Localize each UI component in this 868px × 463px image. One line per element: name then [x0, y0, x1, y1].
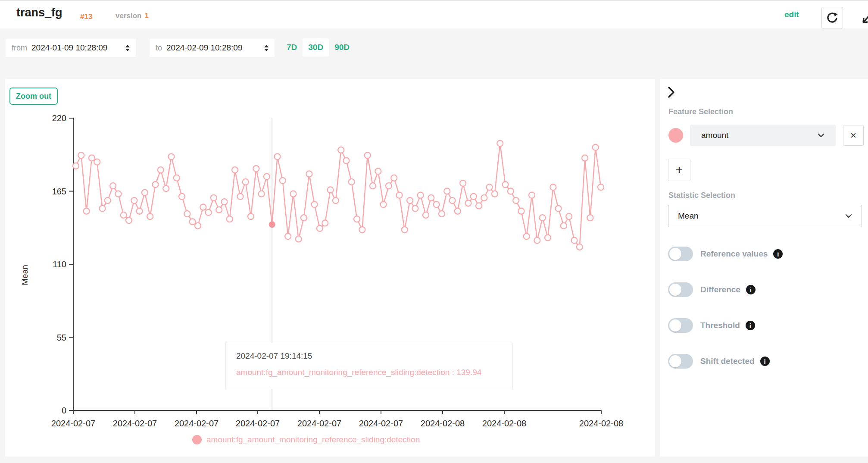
toggle-knob: [669, 355, 681, 367]
difference-label: Difference: [700, 285, 740, 294]
refresh-icon: [826, 11, 839, 24]
stepper-icon[interactable]: [120, 45, 130, 51]
header: trans_fg #13 version1 edit: [0, 0, 868, 28]
feature-group-id-badge: #13: [80, 13, 92, 21]
expand-icon[interactable]: [862, 10, 868, 25]
to-date-select[interactable]: to 2024-02-09 10:28:09: [150, 39, 275, 57]
legend-label: amount:fg_amount_monitoring_reference_sl…: [206, 435, 420, 444]
toggle-row-reference-values: Reference valuesi: [668, 247, 783, 261]
tooltip-series-value: amount:fg_amount_monitoring_reference_sl…: [236, 368, 502, 377]
info-icon[interactable]: i: [746, 285, 756, 294]
stepper-icon[interactable]: [259, 45, 269, 51]
expand-arrow-icon: [862, 10, 868, 25]
toggle-row-threshold: Thresholdi: [668, 318, 783, 333]
chevron-down-icon: [845, 214, 852, 218]
version-number: 1: [144, 12, 148, 20]
reference-values-label: Reference values: [700, 249, 768, 259]
toggle-list: Reference valuesiDifferenceiThresholdiSh…: [668, 247, 783, 390]
shift-detected-label: Shift detected: [700, 357, 755, 366]
collapse-panel-button[interactable]: [668, 85, 681, 100]
chart-tooltip: 2024-02-07 19:14:15 amount:fg_amount_mon…: [225, 343, 513, 389]
svg-text:0: 0: [62, 406, 66, 415]
chevron-right-icon: [668, 86, 675, 98]
toggle-knob: [669, 284, 681, 296]
svg-text:110: 110: [53, 260, 66, 269]
svg-text:2024-02-07: 2024-02-07: [236, 419, 280, 428]
remove-feature-button[interactable]: ×: [843, 125, 864, 146]
threshold-label: Threshold: [700, 321, 740, 330]
mean-line-chart[interactable]: 0551101652202024-02-072024-02-072024-02-…: [5, 79, 655, 457]
toggle-row-difference: Differencei: [668, 282, 783, 297]
svg-text:55: 55: [57, 333, 66, 342]
svg-text:2024-02-07: 2024-02-07: [113, 419, 157, 428]
feature-row: amount ×: [668, 125, 864, 146]
from-value: 2024-01-09 10:28:09: [31, 43, 107, 53]
range-button-90d[interactable]: 90D: [329, 38, 355, 56]
toggle-knob: [669, 248, 681, 260]
to-value: 2024-02-09 10:28:09: [166, 43, 242, 53]
range-buttons: 7D30D90D: [281, 38, 355, 56]
add-feature-button[interactable]: +: [668, 159, 690, 181]
statistic-dropdown[interactable]: Mean: [668, 205, 862, 227]
to-label: to: [156, 44, 162, 53]
svg-text:Mean: Mean: [20, 265, 29, 285]
version-label: version1: [116, 12, 149, 20]
svg-text:2024-02-08: 2024-02-08: [482, 419, 526, 428]
svg-text:2024-02-08: 2024-02-08: [579, 419, 623, 428]
statistic-selection-title: Statistic Selection: [668, 191, 735, 200]
svg-text:220: 220: [52, 113, 66, 123]
tooltip-timestamp: 2024-02-07 19:14:15: [236, 351, 502, 361]
svg-text:2024-02-08: 2024-02-08: [421, 419, 465, 428]
info-icon[interactable]: i: [760, 357, 770, 366]
statistic-dropdown-value: Mean: [678, 211, 699, 221]
chevron-down-icon: [818, 133, 824, 138]
version-text: version: [116, 12, 141, 20]
shift-detected-toggle[interactable]: [668, 354, 693, 369]
svg-text:2024-02-07: 2024-02-07: [297, 419, 341, 428]
svg-text:2024-02-07: 2024-02-07: [51, 419, 95, 428]
feature-dropdown-value: amount: [701, 131, 728, 140]
edit-button[interactable]: edit: [784, 10, 799, 19]
refresh-button[interactable]: [821, 7, 843, 28]
info-icon[interactable]: i: [746, 321, 755, 330]
toggle-knob: [669, 319, 681, 332]
chart-legend: amount:fg_amount_monitoring_reference_sl…: [192, 435, 420, 444]
difference-toggle[interactable]: [668, 282, 693, 297]
chart-card: 0551101652202024-02-072024-02-072024-02-…: [5, 79, 655, 457]
legend-dot-icon: [192, 435, 202, 444]
range-button-7d[interactable]: 7D: [281, 38, 303, 56]
range-button-30d[interactable]: 30D: [303, 38, 329, 56]
page-title: trans_fg: [16, 6, 62, 19]
toggle-row-shift-detected: Shift detectedi: [668, 354, 783, 369]
threshold-toggle[interactable]: [668, 318, 693, 333]
info-icon[interactable]: i: [773, 249, 783, 259]
svg-text:2024-02-07: 2024-02-07: [359, 419, 403, 428]
zoom-out-button[interactable]: Zoom out: [9, 88, 58, 105]
from-label: from: [12, 44, 27, 53]
reference-values-toggle[interactable]: [668, 247, 693, 261]
feature-dropdown[interactable]: amount: [690, 125, 836, 146]
svg-text:2024-02-07: 2024-02-07: [175, 419, 219, 428]
svg-text:165: 165: [52, 187, 66, 196]
series-color-dot: [668, 128, 683, 143]
options-sidebar: Feature Selection amount × + Statistic S…: [660, 79, 868, 457]
from-date-select[interactable]: from 2024-01-09 10:28:09: [6, 39, 136, 57]
feature-selection-title: Feature Selection: [668, 107, 733, 116]
